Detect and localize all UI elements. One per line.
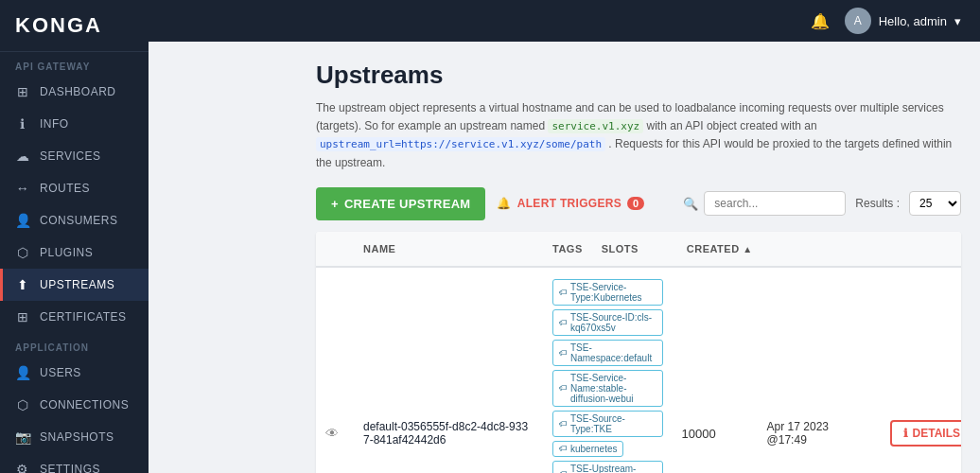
details-label: DETAILS bbox=[913, 427, 960, 440]
tag-2: TSE-Namespace:default bbox=[552, 340, 663, 366]
alert-count-badge: 0 bbox=[627, 197, 644, 210]
col-tags: TAGS bbox=[543, 239, 592, 258]
sidebar-item-label: UPSTREAMS bbox=[40, 278, 114, 291]
search-input[interactable] bbox=[704, 191, 846, 216]
sidebar-item-snapshots[interactable]: 📷 SNAPSHOTS bbox=[0, 421, 149, 453]
topbar: 🔔 A Hello, admin ▾ bbox=[149, 0, 980, 42]
users-icon: 👤 bbox=[15, 365, 30, 380]
row-tags-cell: TSE-Service-Type:Kubernetes TSE-Source-I… bbox=[543, 275, 673, 473]
desc-text-2: with an API object created with an bbox=[647, 119, 817, 132]
search-icon: 🔍 bbox=[683, 197, 698, 211]
plugins-icon: ⬡ bbox=[15, 245, 30, 260]
sidebar-section-api: API GATEWAY bbox=[0, 52, 149, 76]
row-name-cell: default-0356555f-d8c2-4dc8-9337-841af424… bbox=[354, 416, 543, 450]
eye-icon[interactable]: 👁 bbox=[325, 426, 339, 441]
code-url: upstream_url=https://service.v1.xyz/some… bbox=[316, 137, 605, 151]
sidebar-item-consumers[interactable]: 👤 CONSUMERS bbox=[0, 204, 149, 236]
routes-icon: ↔ bbox=[15, 181, 30, 196]
dashboard-icon: ⊞ bbox=[15, 84, 30, 99]
col-created: CREATED ▲ bbox=[677, 239, 800, 258]
sidebar-logo: KONGA bbox=[0, 0, 149, 52]
results-label: Results : bbox=[855, 197, 900, 210]
sidebar-item-label: CONNECTIONS bbox=[40, 398, 129, 412]
brand-name: KONGA bbox=[15, 13, 102, 37]
info-circle-icon: ℹ bbox=[903, 427, 908, 440]
notification-bell-icon[interactable]: 🔔 bbox=[811, 12, 830, 30]
cloud-icon: ☁ bbox=[15, 149, 30, 164]
tag-0: TSE-Service-Type:Kubernetes bbox=[552, 279, 663, 306]
sidebar-item-connections[interactable]: ⬡ CONNECTIONS bbox=[0, 389, 149, 421]
connections-icon: ⬡ bbox=[15, 397, 30, 412]
tag-1: TSE-Source-ID:cls-kq670xs5v bbox=[552, 309, 663, 336]
sort-icon: ▲ bbox=[743, 244, 752, 254]
info-icon: ℹ bbox=[15, 116, 30, 131]
alert-triggers-button[interactable]: 🔔 ALERT TRIGGERS 0 bbox=[497, 197, 644, 210]
sidebar-item-upstreams[interactable]: ⬆ UPSTREAMS bbox=[0, 269, 149, 301]
upstreams-icon: ⬆ bbox=[15, 277, 30, 292]
sidebar: KONGA API GATEWAY ⊞ DASHBOARD ℹ INFO ☁ S… bbox=[0, 0, 149, 473]
row-created-cell: Apr 17 2023 @17:49 bbox=[758, 416, 881, 450]
page-title: Upstreams bbox=[316, 61, 961, 90]
tag-3: TSE-Service-Name:stable-diffusion-webui bbox=[552, 370, 663, 407]
toolbar: + CREATE UPSTREAM 🔔 ALERT TRIGGERS 0 🔍 R… bbox=[316, 187, 961, 220]
search-box: 🔍 bbox=[683, 191, 846, 216]
plus-icon: + bbox=[331, 197, 339, 211]
sidebar-item-info[interactable]: ℹ INFO bbox=[0, 108, 149, 140]
dropdown-icon: ▾ bbox=[954, 14, 961, 28]
row-eye-cell: 👁 bbox=[316, 422, 354, 445]
sidebar-item-label: CONSUMERS bbox=[40, 214, 118, 227]
tag-5: kubernetes bbox=[552, 441, 623, 457]
main-content: Upstreams The upstream object represents… bbox=[297, 42, 980, 473]
settings-icon: ⚙ bbox=[15, 462, 30, 473]
sidebar-item-services[interactable]: ☁ SERVICES bbox=[0, 140, 149, 172]
certificates-icon: ⊞ bbox=[15, 309, 30, 324]
sidebar-item-plugins[interactable]: ⬡ PLUGINS bbox=[0, 236, 149, 269]
col-eye bbox=[316, 239, 354, 258]
col-actions bbox=[800, 239, 961, 258]
upstreams-table: NAME TAGS SLOTS CREATED ▲ 👁 default-0356… bbox=[316, 232, 961, 473]
bell-icon: 🔔 bbox=[497, 197, 511, 210]
sidebar-item-routes[interactable]: ↔ ROUTES bbox=[0, 172, 149, 204]
user-menu[interactable]: A Hello, admin ▾ bbox=[845, 8, 961, 34]
sidebar-item-label: USERS bbox=[40, 366, 81, 379]
sidebar-item-label: SETTINGS bbox=[40, 463, 100, 473]
alert-label: ALERT TRIGGERS bbox=[517, 197, 621, 210]
table-row: 👁 default-0356555f-d8c2-4dc8-9337-841af4… bbox=[316, 268, 961, 473]
code-service: service.v1.xyz bbox=[548, 119, 643, 133]
avatar: A bbox=[845, 8, 871, 34]
sidebar-item-dashboard[interactable]: ⊞ DASHBOARD bbox=[0, 76, 149, 108]
tag-4: TSE-Source-Type:TKE bbox=[552, 411, 663, 437]
user-greeting: Hello, admin bbox=[879, 14, 947, 28]
sidebar-section-application: APPLICATION bbox=[0, 333, 149, 357]
col-slots: SLOTS bbox=[592, 239, 677, 258]
results-per-page-select[interactable]: 25 50 100 bbox=[909, 191, 961, 216]
sidebar-item-label: ROUTES bbox=[40, 182, 90, 195]
sidebar-item-label: PLUGINS bbox=[40, 246, 93, 259]
consumers-icon: 👤 bbox=[15, 213, 30, 228]
sidebar-item-label: DASHBOARD bbox=[40, 85, 116, 98]
table-header: NAME TAGS SLOTS CREATED ▲ bbox=[316, 232, 961, 268]
sidebar-item-label: SNAPSHOTS bbox=[40, 430, 114, 444]
create-label: CREATE UPSTREAM bbox=[344, 197, 471, 211]
snapshots-icon: 📷 bbox=[15, 429, 30, 445]
sidebar-item-label: CERTIFICATES bbox=[40, 310, 127, 324]
search-area: 🔍 Results : 25 50 100 bbox=[683, 191, 961, 216]
create-upstream-button[interactable]: + CREATE UPSTREAM bbox=[316, 187, 485, 220]
sidebar-item-certificates[interactable]: ⊞ CERTIFICATES bbox=[0, 301, 149, 333]
sidebar-item-users[interactable]: 👤 USERS bbox=[0, 357, 149, 389]
sidebar-item-label: SERVICES bbox=[40, 149, 100, 163]
row-slots-cell: 10000 bbox=[673, 423, 758, 445]
tag-6: TSE-Upstream-SlowStart:0 bbox=[552, 461, 663, 473]
details-button[interactable]: ℹ DETAILS bbox=[890, 420, 961, 447]
row-actions-cell: ℹ DETAILS 🗑 DELETE bbox=[881, 416, 961, 450]
page-description: The upstream object represents a virtual… bbox=[316, 99, 961, 172]
sidebar-item-label: INFO bbox=[40, 117, 69, 131]
sidebar-item-settings[interactable]: ⚙ SETTINGS bbox=[0, 453, 149, 473]
col-name: NAME bbox=[354, 239, 543, 258]
